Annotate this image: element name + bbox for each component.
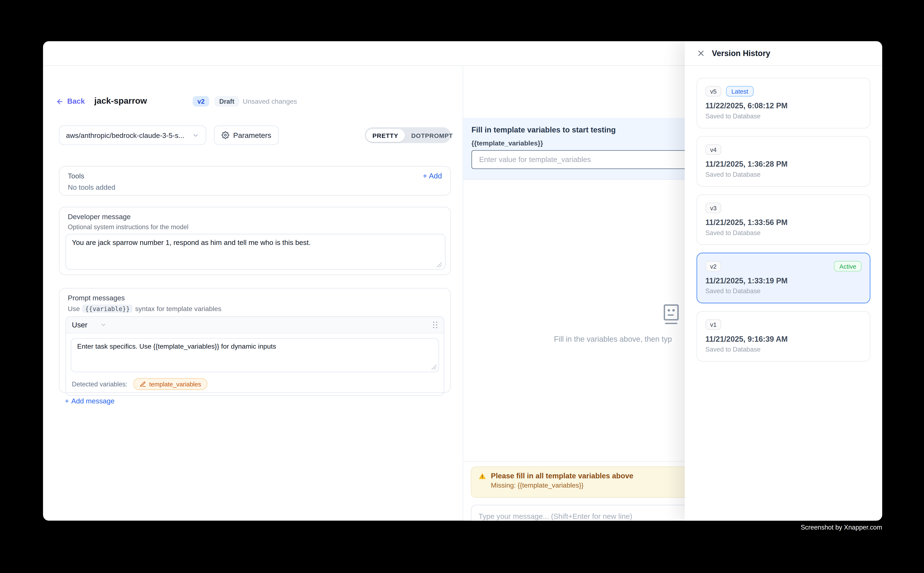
version-date: 11/21/2025, 9:16:39 AM	[705, 335, 862, 343]
tools-empty-text: No tools added	[68, 183, 442, 191]
template-variable-chip-label: template_variables	[149, 380, 201, 388]
model-select-value: aws/anthropic/bedrock-claude-3-5-s...	[66, 131, 184, 139]
pencil-icon	[140, 381, 146, 387]
warning-triangle-icon	[478, 472, 486, 480]
prompt-messages-card: Prompt messages Use {{variable}} syntax …	[59, 288, 451, 393]
version-date: 11/21/2025, 1:33:19 PM	[705, 276, 862, 285]
empty-state-text: Fill in the variables above, then typ	[554, 335, 672, 343]
hint-suffix: syntax for template variables	[135, 305, 221, 312]
version-status: Saved to Database	[705, 113, 862, 120]
drag-handle[interactable]	[433, 321, 438, 329]
active-badge: Active	[834, 261, 862, 272]
chevron-down-icon	[192, 132, 199, 139]
version-tag: v2	[705, 261, 722, 272]
add-tool-button[interactable]: + Add	[423, 172, 442, 180]
version-status: Saved to Database	[705, 229, 862, 236]
role-select[interactable]: User	[72, 321, 107, 329]
latest-badge: Latest	[726, 86, 753, 97]
version-date: 11/21/2025, 1:33:56 PM	[705, 218, 862, 227]
back-label: Back	[67, 97, 85, 105]
developer-message-textarea[interactable]: You are jack sparrow number 1, respond a…	[65, 234, 446, 270]
role-select-value: User	[72, 321, 87, 329]
version-item-v1[interactable]: v1 11/21/2025, 9:16:39 AM Saved to Datab…	[697, 311, 871, 362]
add-message-button[interactable]: + Add message	[65, 397, 115, 405]
plus-icon: +	[65, 397, 69, 405]
screenshot-canvas: Back jack-sparrow v2 Draft Unsaved chang…	[0, 0, 924, 573]
prompt-message-header: User	[66, 317, 444, 333]
version-item-v4[interactable]: v4 11/21/2025, 1:36:28 PM Saved to Datab…	[697, 136, 871, 186]
version-date: 11/22/2025, 6:08:12 PM	[705, 102, 862, 110]
parameters-button[interactable]: Parameters	[214, 125, 279, 145]
add-tool-label: Add	[429, 172, 442, 180]
unsaved-changes-label: Unsaved changes	[243, 98, 297, 105]
add-message-label: Add message	[71, 397, 115, 405]
version-list: v5 Latest 11/22/2025, 6:08:12 PM Saved t…	[685, 66, 882, 373]
back-arrow-icon	[56, 97, 64, 105]
version-tag: v5	[705, 86, 722, 97]
version-status: Saved to Database	[705, 171, 862, 178]
version-tag: v1	[705, 319, 722, 330]
tab-dotprompt[interactable]: DOTPROMPT	[405, 129, 459, 142]
version-badge: v2	[193, 96, 209, 106]
tab-pretty[interactable]: PRETTY	[366, 129, 405, 142]
prompt-syntax-hint: Use {{variable}} syntax for template var…	[65, 305, 444, 313]
version-item-v3[interactable]: v3 11/21/2025, 1:33:56 PM Saved to Datab…	[697, 194, 871, 245]
version-history-header: Version History	[685, 41, 882, 66]
prompt-message-textarea[interactable]: Enter task specifics. Use {{template_var…	[71, 338, 439, 373]
view-mode-toggle: PRETTY DOTPROMPT	[365, 127, 451, 143]
version-item-v5[interactable]: v5 Latest 11/22/2025, 6:08:12 PM Saved t…	[697, 78, 871, 128]
close-icon[interactable]	[697, 49, 705, 58]
version-item-v2-active[interactable]: v2 Active 11/21/2025, 1:33:19 PM Saved t…	[697, 253, 871, 303]
version-history-panel: Version History v5 Latest 11/22/2025, 6:…	[685, 41, 882, 521]
developer-message-title: Developer message	[65, 213, 444, 221]
watermark: Screenshot by Xnapper.com	[801, 524, 882, 531]
version-tag: v4	[705, 144, 722, 155]
version-tag: v3	[705, 202, 722, 213]
version-history-title: Version History	[712, 49, 770, 58]
bot-face-icon	[662, 303, 681, 326]
template-variable-chip[interactable]: template_variables	[133, 378, 208, 390]
detected-variables-label: Detected variables:	[72, 380, 127, 388]
parameters-label: Parameters	[233, 131, 271, 139]
version-status: Saved to Database	[705, 346, 862, 353]
plus-icon: +	[423, 172, 427, 180]
page-title: jack-sparrow	[94, 96, 147, 105]
app-window: Back jack-sparrow v2 Draft Unsaved chang…	[43, 41, 882, 521]
version-date: 11/21/2025, 1:36:28 PM	[705, 160, 862, 168]
prompt-message-block: User Enter task specifics. Use {{templat…	[65, 316, 444, 396]
developer-message-card: Developer message Optional system instru…	[59, 207, 451, 275]
draft-badge: Draft	[214, 96, 239, 106]
gear-icon	[221, 132, 229, 139]
developer-message-subtitle: Optional system instructions for the mod…	[65, 223, 444, 230]
chevron-down-icon	[100, 321, 107, 328]
tools-title: Tools	[68, 172, 85, 180]
hint-prefix: Use	[68, 305, 80, 312]
prompt-messages-title: Prompt messages	[65, 294, 444, 302]
warning-title: Please fill in all template variables ab…	[491, 472, 633, 480]
version-status: Saved to Database	[705, 287, 862, 294]
detected-variables-row: Detected variables: template_variables	[66, 377, 444, 395]
tools-card: Tools + Add No tools added	[59, 166, 451, 196]
variable-syntax-chip: {{variable}}	[82, 305, 133, 313]
back-button[interactable]: Back	[56, 97, 85, 105]
model-select[interactable]: aws/anthropic/bedrock-claude-3-5-s...	[59, 125, 206, 145]
